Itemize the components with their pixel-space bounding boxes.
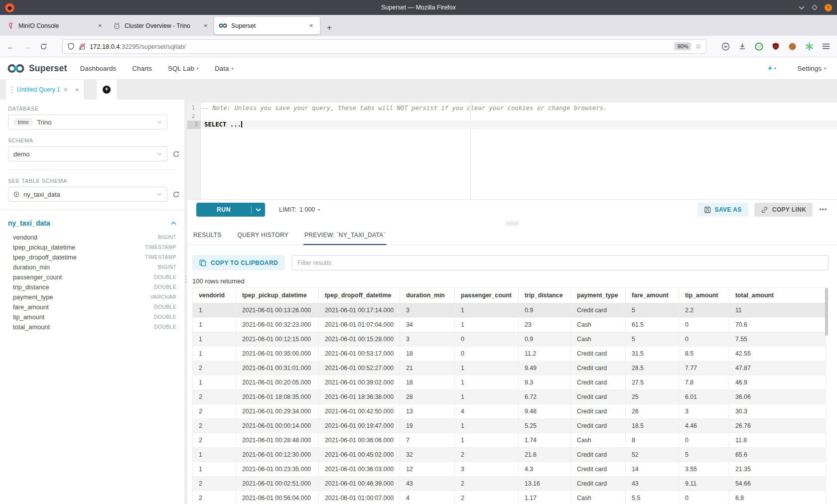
table-row[interactable]: 22021-06-01 00:02:51.0002021-06-01 00:46…	[193, 477, 826, 491]
schema-column-fare-amount[interactable]: fare_amountDOUBLE	[0, 302, 184, 312]
query-tab-untitled-query-1[interactable]: Untitled Query 1	[6, 80, 84, 100]
table-row[interactable]: 22021-06-01 00:31:01.0002021-06-01 00:52…	[193, 361, 826, 376]
table-row[interactable]: 22021-06-01 00:28:48.0002021-06-01 00:36…	[193, 433, 826, 448]
chevron-up-icon[interactable]	[171, 222, 176, 225]
table-cell: 5	[626, 332, 679, 347]
column-header-tpep-pickup-datetime[interactable]: tpep_pickup_datetime	[236, 288, 319, 303]
insecure-lock-icon[interactable]	[79, 43, 86, 50]
table-row[interactable]: 12021-06-01 00:23:35.0002021-06-01 00:36…	[193, 462, 826, 477]
schema-column-tip-amount[interactable]: tip_amountDOUBLE	[0, 312, 184, 322]
extension-asterisk-icon[interactable]	[805, 42, 814, 51]
forward-button[interactable]: →	[23, 42, 31, 51]
table-row[interactable]: 12021-06-01 00:12:15.0002021-06-01 00:15…	[193, 332, 826, 347]
results-tab-query-history[interactable]: QUERY HISTORY	[237, 227, 289, 245]
add-new-menu[interactable]: +	[768, 64, 776, 73]
table-row[interactable]: 12021-06-01 00:13:26.0002021-06-01 00:17…	[193, 303, 826, 318]
table-row[interactable]: 12021-06-01 00:32:23.0002021-06-01 01:07…	[193, 318, 826, 332]
query-tab-strip: Untitled Query 1	[0, 80, 837, 100]
table-cell: 2021-06-01 18:08:35.000	[236, 390, 319, 404]
column-header-duration-min[interactable]: duration_min	[400, 288, 455, 303]
minimize-button[interactable]	[799, 5, 805, 9]
table-select[interactable]: ny_taxi_data	[8, 187, 167, 202]
copy-to-clipboard-button[interactable]: COPY TO CLIPBOARD	[192, 255, 285, 270]
editor-line-1[interactable]: 1-- Note: Unless you save your query, th…	[187, 104, 837, 113]
table-cell: 1	[455, 376, 519, 390]
menu-icon[interactable]	[822, 43, 830, 50]
table-cell: 8.5	[679, 347, 729, 361]
table-row[interactable]: 22021-06-01 00:56:04.0002021-06-01 01:00…	[193, 491, 826, 504]
close-icon[interactable]	[307, 22, 315, 29]
privacy-badger-icon[interactable]	[755, 42, 763, 51]
new-query-tab-button[interactable]	[97, 80, 117, 100]
bookmark-star-icon[interactable]	[695, 42, 701, 50]
results-tab-results[interactable]: RESULTS	[192, 227, 223, 245]
sql-editor[interactable]: 1-- Note: Unless you save your query, th…	[187, 103, 837, 199]
pocket-icon[interactable]	[721, 42, 730, 51]
nav-item-data[interactable]: Data	[215, 65, 234, 72]
column-header-fare-amount[interactable]: fare_amount	[626, 288, 679, 303]
ublock-origin-icon[interactable]	[772, 42, 780, 50]
close-window-button[interactable]	[825, 4, 832, 11]
table-row[interactable]: 22021-06-01 00:29:34.0002021-06-01 00:42…	[193, 404, 826, 419]
column-header-passenger-count[interactable]: passenger_count	[455, 288, 519, 303]
close-icon[interactable]	[96, 22, 104, 29]
refresh-schema-icon[interactable]	[171, 150, 180, 158]
tracking-protection-shield-icon[interactable]	[67, 42, 75, 50]
schema-column-total-amount[interactable]: total_amountDOUBLE	[0, 322, 184, 332]
drag-handle-icon[interactable]	[10, 86, 13, 93]
column-header-vendorid[interactable]: vendorid	[193, 288, 236, 303]
schema-column-duration-min[interactable]: duration_minBIGINT	[0, 262, 184, 272]
more-options-button[interactable]: •••	[818, 206, 829, 213]
schema-column-trip-distance[interactable]: trip_distanceDOUBLE	[0, 282, 184, 292]
limit-control[interactable]: LIMIT: 1 000	[279, 206, 320, 213]
reload-button[interactable]	[40, 43, 47, 50]
run-button[interactable]: RUN	[196, 203, 265, 217]
database-select[interactable]: trino Trino	[8, 115, 167, 129]
run-options-chevron-icon[interactable]	[252, 208, 265, 212]
results-tab-preview-ny-taxi-data[interactable]: PREVIEW: `NY_TAXI_DATA`	[303, 227, 387, 245]
download-icon[interactable]	[738, 42, 746, 50]
column-header-tpep-dropoff-datetime[interactable]: tpep_dropoff_datetime	[319, 288, 400, 303]
column-header-tip-amount[interactable]: tip_amount	[679, 288, 729, 303]
cookie-extension-icon[interactable]	[788, 42, 797, 51]
table-row[interactable]: 12021-06-01 00:35:00.0002021-06-01 00:53…	[193, 347, 826, 361]
nav-item-sql-lab[interactable]: SQL Lab	[168, 65, 199, 72]
close-icon[interactable]	[75, 87, 79, 93]
schema-column-vendorid[interactable]: vendoridBIGINT	[0, 232, 184, 242]
zoom-level-badge[interactable]: 90%	[674, 42, 691, 50]
table-row[interactable]: 12021-06-01 00:12:30.0002021-06-01 00:45…	[193, 448, 826, 462]
settings-menu[interactable]: Settings	[797, 65, 826, 72]
table-cell: Credit card	[571, 347, 626, 361]
column-header-payment-type[interactable]: payment_type	[571, 288, 626, 303]
editor-line-2[interactable]: 2	[187, 113, 837, 121]
column-header-trip-distance[interactable]: trip_distance	[519, 288, 571, 303]
save-as-button[interactable]: SAVE AS	[698, 203, 748, 217]
filter-results-input[interactable]	[292, 255, 829, 270]
copy-link-button[interactable]: COPY LINK	[754, 203, 813, 217]
nav-item-charts[interactable]: Charts	[132, 65, 152, 72]
browser-tab-superset[interactable]: Superset	[214, 17, 320, 34]
url-bar[interactable]: 172.18.0.4:32295/superset/sqllab/ 90%	[62, 39, 706, 54]
refresh-table-icon[interactable]	[171, 191, 180, 198]
pane-resize-strip[interactable]	[187, 220, 837, 227]
back-button[interactable]: ←	[7, 42, 14, 51]
schema-column-passenger-count[interactable]: passenger_countDOUBLE	[0, 272, 184, 282]
superset-brand[interactable]: Superset	[7, 63, 67, 74]
table-scrollbar[interactable]	[825, 288, 828, 336]
schema-column-tpep-pickup-datetime[interactable]: tpep_pickup_datetimeTIMESTAMP	[0, 242, 184, 252]
close-icon[interactable]	[202, 22, 210, 29]
editor-line-3[interactable]: 3SELECT ...	[187, 121, 837, 129]
table-name-heading[interactable]: ny_taxi_data	[8, 219, 50, 227]
column-header-total-amount[interactable]: total_amount	[729, 288, 826, 303]
maximize-button[interactable]	[812, 4, 817, 10]
nav-item-dashboards[interactable]: Dashboards	[80, 65, 117, 72]
table-row[interactable]: 22021-06-01 00:00:14.0002021-06-01 00:19…	[193, 419, 826, 433]
schema-column-payment-type[interactable]: payment_typeVARCHAR	[0, 292, 184, 302]
browser-tab-minio-console[interactable]: MinIO Console	[3, 17, 109, 34]
new-tab-button[interactable]	[327, 23, 332, 32]
browser-tab-cluster-overview-trino[interactable]: Cluster Overview - Trino	[109, 17, 214, 34]
table-row[interactable]: 12021-06-01 00:20:05.0002021-06-01 00:39…	[193, 376, 826, 390]
schema-select[interactable]: demo	[8, 146, 167, 161]
schema-column-tpep-dropoff-datetime[interactable]: tpep_dropoff_datetimeTIMESTAMP	[0, 252, 184, 262]
table-row[interactable]: 22021-06-01 18:08:35.0002021-06-01 18:36…	[193, 390, 826, 404]
